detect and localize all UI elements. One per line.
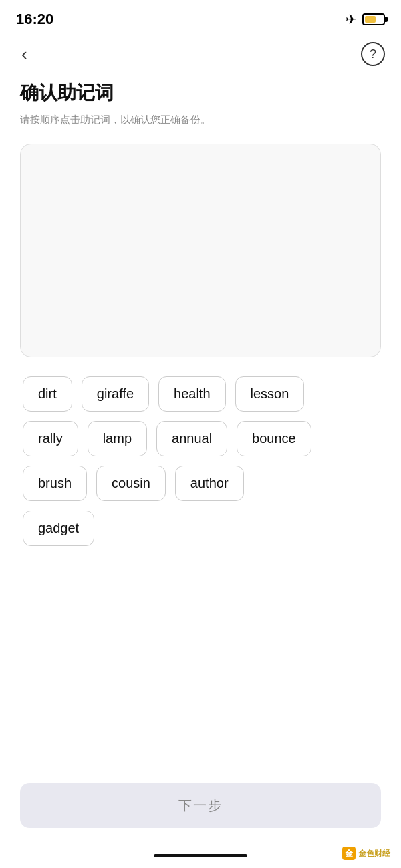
word-grid: dirtgiraffehealthlessonrallylampannualbo… xyxy=(20,376,381,546)
word-row-3: gadget xyxy=(23,511,378,546)
back-button[interactable]: ‹ xyxy=(16,43,33,65)
page-title: 确认助记词 xyxy=(20,80,381,106)
word-chip-health[interactable]: health xyxy=(158,376,226,412)
status-icons: ✈ xyxy=(346,11,385,27)
word-chip-lamp[interactable]: lamp xyxy=(88,421,147,456)
page-content: 确认助记词 请按顺序点击助记词，以确认您正确备份。 dirtgiraffehea… xyxy=(0,72,401,546)
help-button[interactable]: ? xyxy=(361,42,385,66)
word-chip-giraffe[interactable]: giraffe xyxy=(82,376,149,412)
word-chip-lesson[interactable]: lesson xyxy=(235,376,305,412)
word-chip-annual[interactable]: annual xyxy=(156,421,227,456)
status-time: 16:20 xyxy=(16,11,53,28)
bottom-area: 下一步 xyxy=(20,783,381,828)
word-row-1: rallylampannualbounce xyxy=(23,421,378,456)
word-chip-author[interactable]: author xyxy=(175,466,244,501)
word-chip-dirt[interactable]: dirt xyxy=(23,376,72,412)
watermark: 金 金色财经 xyxy=(342,847,390,860)
word-row-0: dirtgiraffehealthlesson xyxy=(23,376,378,412)
battery-icon xyxy=(362,13,385,25)
home-indicator xyxy=(154,854,247,857)
word-chip-gadget[interactable]: gadget xyxy=(23,511,94,546)
nav-bar: ‹ ? xyxy=(0,36,401,72)
watermark-icon: 金 xyxy=(342,847,356,860)
word-chip-bounce[interactable]: bounce xyxy=(237,421,311,456)
next-button[interactable]: 下一步 xyxy=(20,783,381,828)
watermark-label: 金色财经 xyxy=(358,848,390,859)
page-subtitle: 请按顺序点击助记词，以确认您正确备份。 xyxy=(20,112,381,128)
battery-fill xyxy=(365,16,376,23)
word-chip-cousin[interactable]: cousin xyxy=(96,466,166,501)
word-chip-rally[interactable]: rally xyxy=(23,421,78,456)
status-bar: 16:20 ✈ xyxy=(0,0,401,36)
airplane-icon: ✈ xyxy=(346,11,357,27)
word-row-2: brushcousinauthor xyxy=(23,466,378,501)
word-chip-brush[interactable]: brush xyxy=(23,466,87,501)
selection-area xyxy=(20,144,381,357)
